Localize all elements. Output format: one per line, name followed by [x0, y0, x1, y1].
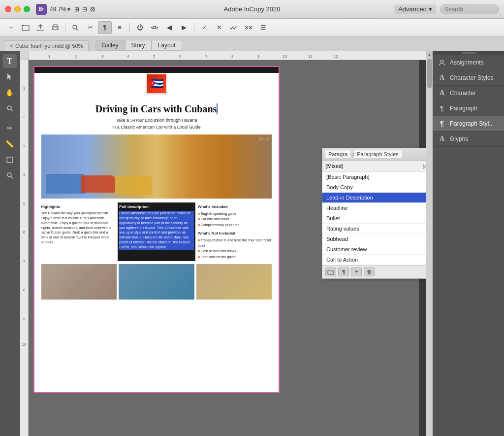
- ps-para-btn[interactable]: ¶: [338, 268, 349, 276]
- tool-zoom2[interactable]: [3, 168, 17, 182]
- panel-paragraph-styles[interactable]: ¶ Paragraph Styl...: [433, 116, 504, 132]
- svg-text:12: 12: [334, 54, 338, 59]
- power-button[interactable]: ⏻: [133, 21, 147, 34]
- open-button[interactable]: [19, 21, 32, 34]
- print-button[interactable]: [48, 21, 62, 34]
- tool-measure[interactable]: 📏: [3, 137, 17, 151]
- svg-text:7: 7: [23, 259, 26, 264]
- rp-top-spacer: [433, 51, 504, 55]
- scroll-up-button[interactable]: ▲: [427, 51, 433, 58]
- page-content: 🇨🇺 Driving in Cars with Cubans Take a 3-…: [34, 67, 279, 392]
- tool-pen[interactable]: ✏: [3, 121, 17, 135]
- panel-paragraph[interactable]: ¶ Paragraph: [433, 101, 504, 116]
- right-panel: Assignments A Character Styles A Charact…: [433, 51, 504, 436]
- search-input[interactable]: [440, 4, 499, 14]
- eye-button[interactable]: [148, 21, 161, 34]
- new-button[interactable]: ＋: [4, 21, 18, 34]
- ps-item-headline[interactable]: Headline: [322, 203, 426, 213]
- paragraph-styles-icon: ¶: [438, 120, 446, 128]
- tool-hand[interactable]: ✋: [3, 86, 17, 100]
- doc-tab[interactable]: ✕ Cuba TourFlyer.indd @ 50%: [4, 40, 89, 51]
- page-document: 🇨🇺 Driving in Cars with Cubans Take a 3-…: [33, 66, 280, 393]
- panel-character-styles[interactable]: A Character Styles: [433, 70, 504, 86]
- advanced-menu[interactable]: Advanced ▾: [394, 4, 436, 14]
- lines-button[interactable]: ≡: [113, 21, 126, 34]
- col-highlights: Highlights See Havana the way your grand…: [39, 202, 117, 261]
- panel-glyphs[interactable]: A Glyphs: [433, 132, 504, 147]
- search-button[interactable]: [68, 21, 82, 34]
- main-content: 123456789101112 12345678910: [20, 51, 433, 436]
- svg-rect-2: [54, 25, 57, 27]
- titlebar-right: Advanced ▾: [394, 4, 499, 14]
- ps-item-cta[interactable]: Call to Action: [322, 255, 426, 265]
- tool-text[interactable]: T: [3, 54, 17, 68]
- ps-new-btn[interactable]: +: [351, 268, 362, 276]
- toolbar-separator: [65, 23, 65, 33]
- scissors-button[interactable]: ✂: [83, 21, 97, 34]
- svg-text:4: 4: [23, 172, 26, 177]
- svg-text:9: 9: [23, 317, 26, 321]
- minimize-button[interactable]: [14, 6, 21, 12]
- tab-galley[interactable]: Galley: [95, 40, 125, 51]
- svg-text:10: 10: [22, 342, 27, 347]
- reject-all-button[interactable]: [242, 21, 255, 34]
- accept-button[interactable]: ✓: [197, 21, 211, 34]
- paragraph-styles-panel: Paragra ◁ Paragraph Styles >> ☰ (Mixed): [322, 148, 426, 279]
- close-button[interactable]: [5, 6, 11, 12]
- prev-button[interactable]: ◀: [162, 21, 176, 34]
- upload-button[interactable]: [33, 21, 47, 34]
- svg-rect-0: [22, 26, 29, 31]
- svg-rect-3: [54, 28, 57, 30]
- ps-panel-footer: ¶ + 🗑: [322, 265, 426, 278]
- bridge-icon[interactable]: Br: [36, 4, 47, 15]
- ps-mixed-row: (Mixed) [a+] ⚡: [322, 161, 426, 172]
- panel-character[interactable]: A Character: [433, 86, 504, 101]
- scroll-track[interactable]: [426, 58, 433, 436]
- svg-text:11: 11: [308, 54, 313, 59]
- tab-layout[interactable]: Layout: [152, 40, 182, 51]
- bridge-icon-area: Br: [36, 4, 47, 15]
- tab-story[interactable]: Story: [125, 40, 152, 51]
- flag-icon: 🇨🇺: [146, 73, 167, 95]
- svg-text:3: 3: [101, 54, 104, 59]
- paragraph-icon: ¶: [438, 104, 446, 112]
- svg-text:1: 1: [48, 54, 51, 59]
- ps-item-bullet[interactable]: Bullet: [322, 213, 426, 224]
- canvas-area: 123456789101112 12345678910: [20, 51, 426, 436]
- character-styles-icon: A: [438, 74, 446, 82]
- paragraph-button[interactable]: ¶: [98, 21, 112, 34]
- ps-tab-styles[interactable]: Paragraph Styles: [354, 150, 401, 158]
- ps-tab-paragraph[interactable]: Paragra: [325, 150, 350, 158]
- ps-item-subhead[interactable]: Subhead: [322, 234, 426, 244]
- ps-panel-header: Paragra ◁ Paragraph Styles >> ☰: [322, 148, 426, 161]
- svg-rect-13: [7, 157, 12, 163]
- accept-all-button[interactable]: [227, 21, 241, 34]
- menu-button[interactable]: ☰: [256, 21, 270, 34]
- tool-shape[interactable]: [3, 153, 17, 167]
- svg-text:1: 1: [23, 86, 26, 91]
- next-button[interactable]: ▶: [177, 21, 191, 34]
- ps-item-rating[interactable]: Rating values: [322, 224, 426, 234]
- ps-delete-btn[interactable]: 🗑: [364, 268, 375, 276]
- tool-zoom[interactable]: [3, 101, 17, 115]
- toolbar: ＋ ✂ ¶ ≡ ⏻ ◀ ▶ ✓ ✕ ☰: [0, 19, 504, 36]
- col-included: What's Included ■ English-speaking guide…: [196, 202, 274, 261]
- svg-line-5: [76, 29, 78, 31]
- ps-item-customer[interactable]: Customer review: [322, 244, 426, 255]
- reject-button[interactable]: ✕: [212, 21, 226, 34]
- ps-item-bodycopy[interactable]: Body Copy: [322, 182, 426, 193]
- ps-folder-btn[interactable]: [325, 268, 336, 276]
- svg-point-14: [7, 173, 11, 177]
- svg-text:8: 8: [231, 54, 234, 59]
- view-tabs: Galley Story Layout: [95, 40, 182, 51]
- canvas-wrap: 123456789101112 12345678910: [20, 51, 433, 436]
- scroll-thumb[interactable]: [427, 59, 432, 88]
- maximize-button[interactable]: [24, 6, 30, 12]
- svg-text:5: 5: [153, 54, 156, 59]
- panel-assignments[interactable]: Assignments: [433, 55, 504, 70]
- tool-select[interactable]: [3, 70, 17, 84]
- page-frame[interactable]: 🇨🇺 Driving in Cars with Cubans Take a 3-…: [33, 66, 280, 393]
- ps-item-basic[interactable]: [Basic Paragraph]: [322, 172, 426, 182]
- ps-item-leadin[interactable]: Lead-in Description: [322, 193, 426, 203]
- app-title: Adobe InCopy 2020: [224, 5, 281, 13]
